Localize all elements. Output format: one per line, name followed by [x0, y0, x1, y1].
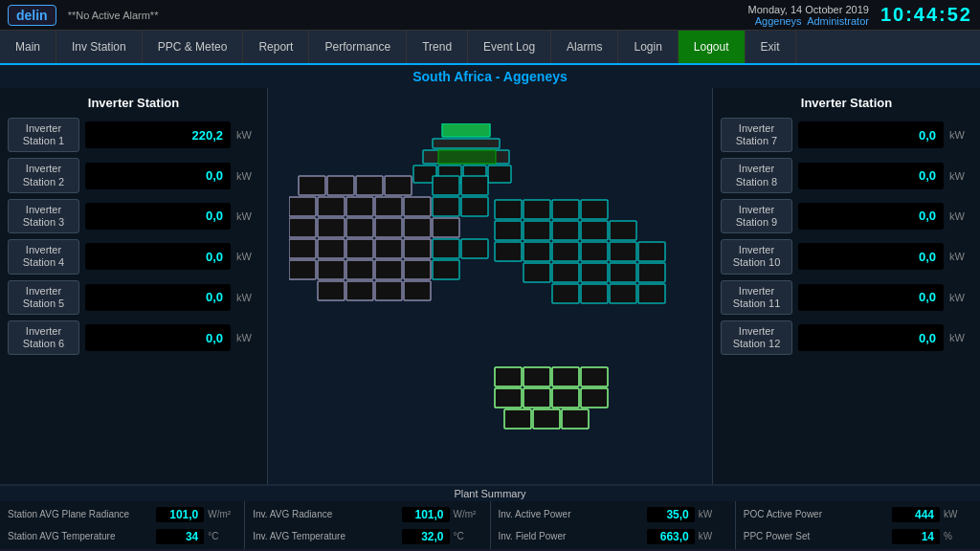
svg-rect-19	[346, 218, 373, 237]
summary-col3: Inv. Active Power 35,0 kW Inv. Field Pow…	[491, 501, 736, 549]
summary-col4: POC Active Power 444 kW PPC Power Set 14…	[736, 501, 980, 549]
station-btn-right-8[interactable]: InverterStation 8	[721, 158, 792, 192]
left-station-row: InverterStation 4 0,0 kW	[8, 239, 259, 274]
svg-rect-0	[442, 123, 490, 137]
svg-rect-33	[461, 239, 488, 258]
svg-rect-31	[404, 239, 431, 258]
nav-login[interactable]: Login	[618, 31, 678, 63]
station-btn-left-6[interactable]: InverterStation 6	[8, 320, 79, 355]
station-unit-left-3: kW	[236, 210, 259, 222]
station-btn-left-5[interactable]: InverterStation 5	[8, 280, 79, 315]
summary-col2: Inv. AVG Radiance 101,0 W/m² Inv. AVG Te…	[245, 501, 490, 549]
svg-rect-13	[318, 197, 345, 216]
nav-exit[interactable]: Exit	[746, 31, 796, 63]
svg-rect-62	[610, 263, 636, 282]
station-unit-left-6: kW	[236, 332, 259, 343]
summary-label: POC Active Power	[744, 509, 888, 519]
left-panel-title: Inverter Station	[8, 96, 259, 110]
svg-rect-59	[523, 263, 550, 282]
svg-rect-15	[375, 197, 402, 216]
bottom-summary: Plant Summary Station AVG Plane Radiance…	[0, 484, 980, 549]
right-panel: Inverter Station InverterStation 7 0,0 k…	[712, 88, 980, 484]
logo: delin	[8, 5, 56, 26]
summary-item-col1-1: Station AVG Temperature 34 °C	[8, 529, 236, 544]
summary-unit: kW	[944, 509, 972, 519]
nav-report[interactable]: Report	[243, 31, 309, 63]
station-unit-left-2: kW	[236, 170, 259, 182]
svg-rect-41	[346, 281, 373, 300]
svg-rect-65	[581, 284, 608, 303]
station-value-right-9: 0,0	[798, 203, 944, 230]
user-display: Aggeneys Administrator	[748, 15, 869, 27]
station-btn-right-10[interactable]: InverterStation 10	[721, 239, 792, 274]
date-time-block: Monday, 14 October 2019 Aggeneys Adminis…	[748, 4, 972, 27]
nav-trend[interactable]: Trend	[407, 31, 468, 63]
date-display: Monday, 14 October 2019	[748, 4, 869, 15]
summary-value: 663,0	[647, 529, 695, 544]
svg-rect-42	[375, 281, 402, 300]
station-btn-left-3[interactable]: InverterStation 3	[8, 199, 79, 233]
station-unit-left-4: kW	[236, 251, 259, 262]
svg-rect-23	[433, 176, 459, 195]
svg-rect-72	[495, 388, 522, 408]
station-unit-right-12: kW	[949, 332, 972, 343]
station-btn-right-12[interactable]: InverterStation 12	[721, 320, 792, 355]
station-btn-left-1[interactable]: InverterStation 1	[8, 118, 79, 152]
station-value-right-7: 0,0	[798, 121, 944, 148]
station-unit-right-8: kW	[949, 170, 972, 182]
svg-rect-54	[523, 242, 550, 261]
svg-rect-34	[289, 260, 316, 279]
nav-event-log[interactable]: Event Log	[468, 31, 551, 63]
station-btn-right-9[interactable]: InverterStation 9	[721, 199, 792, 233]
station-value-right-11: 0,0	[798, 284, 944, 311]
station-btn-right-11[interactable]: InverterStation 11	[721, 280, 792, 315]
summary-item-col4-0: POC Active Power 444 kW	[744, 507, 972, 522]
svg-rect-55	[552, 242, 579, 261]
nav-performance[interactable]: Performance	[309, 31, 407, 63]
svg-rect-50	[552, 221, 579, 240]
summary-item-col2-1: Inv. AVG Temperature 32,0 °C	[253, 529, 481, 544]
svg-rect-74	[552, 388, 579, 408]
left-station-row: InverterStation 6 0,0 kW	[8, 320, 259, 355]
right-panel-title: Inverter Station	[721, 96, 972, 110]
nav-alarms[interactable]: Alarms	[551, 31, 618, 63]
summary-label: PPC Power Set	[744, 531, 888, 541]
summary-item-col4-1: PPC Power Set 14 %	[744, 529, 972, 544]
summary-unit: °C	[454, 531, 482, 541]
svg-rect-38	[404, 260, 431, 279]
station-value-right-10: 0,0	[798, 243, 944, 270]
svg-rect-49	[523, 221, 550, 240]
svg-rect-76	[504, 409, 531, 429]
summary-col1: Station AVG Plane Radiance 101,0 W/m² St…	[0, 501, 245, 549]
nav-inv-station[interactable]: Inv Station	[56, 31, 143, 63]
summary-item-col3-0: Inv. Active Power 35,0 kW	[499, 507, 727, 522]
summary-value: 32,0	[402, 529, 450, 544]
svg-rect-45	[523, 200, 550, 219]
summary-rows: Station AVG Plane Radiance 101,0 W/m² St…	[0, 501, 980, 549]
svg-rect-22	[433, 218, 459, 237]
summary-unit: %	[944, 531, 972, 541]
svg-rect-70	[552, 367, 579, 386]
summary-label: Inv. AVG Radiance	[253, 509, 397, 519]
page-title: South Africa - Aggeneys	[0, 65, 980, 88]
solar-farm-visualization	[289, 123, 691, 449]
svg-rect-30	[375, 239, 402, 258]
svg-rect-56	[581, 242, 608, 261]
nav-logout[interactable]: Logout	[679, 31, 746, 63]
nav-main[interactable]: Main	[0, 31, 56, 63]
station-btn-left-2[interactable]: InverterStation 2	[8, 158, 79, 192]
svg-rect-24	[461, 176, 488, 195]
svg-rect-63	[638, 263, 665, 282]
svg-rect-61	[581, 263, 608, 282]
svg-rect-57	[610, 242, 636, 261]
summary-unit: kW	[699, 531, 727, 541]
station-btn-right-7[interactable]: InverterStation 7	[721, 118, 792, 152]
station-btn-left-4[interactable]: InverterStation 4	[8, 239, 79, 274]
svg-rect-35	[318, 260, 345, 279]
summary-title: Plant Summary	[0, 486, 980, 501]
svg-rect-18	[318, 218, 345, 237]
svg-rect-28	[318, 239, 345, 258]
nav-ppc-meteo[interactable]: PPC & Meteo	[143, 31, 244, 63]
summary-unit: W/m²	[208, 509, 236, 519]
svg-rect-69	[523, 367, 550, 386]
